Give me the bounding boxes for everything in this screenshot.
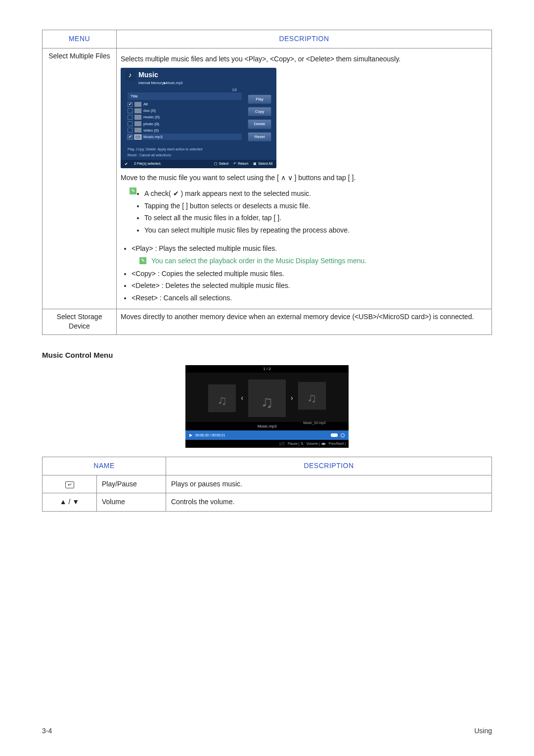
list-item[interactable]: doc (0) — [128, 107, 242, 114]
desc-intro: Selects multiple music files and lets yo… — [121, 54, 488, 64]
checkbox-icon[interactable] — [128, 102, 133, 107]
note-play-order: You can select the playback order in the… — [151, 256, 366, 266]
mode-pill-icon — [331, 433, 338, 437]
album-current: ♫ — [248, 379, 286, 417]
checkbox-icon[interactable] — [128, 135, 133, 140]
enter-icon: ↵ — [43, 475, 97, 493]
chevron-right-icon[interactable]: › — [291, 393, 293, 403]
music-pager: 1/2 — [128, 88, 242, 93]
action-bullet-play: <Play> : Plays the selected multiple mus… — [132, 244, 488, 254]
folder-thumb-icon — [134, 128, 141, 133]
note-bullet: To select all the music files in a folde… — [144, 213, 350, 223]
music-note-icon: ♫ — [307, 389, 317, 407]
note-bullet: You can select multiple music files by r… — [144, 226, 350, 236]
music-note-icon: ♫ — [218, 391, 227, 409]
desc-cell-storage: Moves directly to another memory device … — [117, 309, 492, 334]
ctrl-desc: Controls the volume. — [166, 493, 492, 512]
folder-thumb-icon — [134, 115, 141, 120]
album-next: ♫ — [298, 382, 326, 410]
list-item-label: photo (0) — [143, 121, 159, 127]
hdr-description: DESCRIPTION — [117, 30, 492, 48]
delete-button[interactable]: Delete — [248, 119, 271, 129]
chevron-left-icon[interactable]: ‹ — [241, 393, 243, 403]
checkbox-icon[interactable] — [128, 121, 133, 126]
check-icon: ✔ — [125, 161, 128, 167]
music-footer: ✔ 2 File(s) selected. ▢ Select ↶ Return … — [121, 160, 276, 168]
music-player-mock: 1 / 2 ♫ ‹ ♫ › ♫ Music_02.mp3 Music.mp3 ▶… — [185, 365, 349, 448]
page-footer: 3-4 Using — [42, 726, 492, 736]
list-item[interactable]: All — [128, 101, 242, 107]
folder-thumb-icon — [134, 102, 141, 107]
play-icon[interactable]: ▶ — [189, 432, 192, 438]
note-bullet: A check( ✔ ) mark appears next to the se… — [144, 189, 350, 199]
table-row: Select Multiple Files Selects multiple m… — [43, 48, 492, 309]
music-note-icon: ♪ — [125, 70, 135, 81]
hdr-description: DESCRIPTION — [166, 457, 492, 475]
action-bullet-reset: <Reset> : Cancels all selections. — [132, 293, 488, 303]
file-thumb-icon — [134, 135, 141, 140]
folder-thumb-icon — [134, 108, 141, 113]
folder-thumb-icon — [134, 121, 141, 126]
action-bullet-copy: <Copy> : Copies the selected multiple mu… — [132, 269, 488, 279]
action-bullet-delete: <Delete> : Deletes the selected multiple… — [132, 281, 488, 291]
player-pager: 1 / 2 — [185, 365, 349, 373]
progress-bar[interactable]: ▶ 00:00:20 / 00:05:21 — [185, 430, 349, 440]
checkbox-icon[interactable] — [128, 108, 133, 113]
list-item-label: All — [143, 101, 148, 107]
menu-description-table: MENU DESCRIPTION Select Multiple Files S… — [42, 30, 492, 335]
up-down-icon: ▲ / ▼ — [43, 493, 97, 512]
checkbox-icon[interactable] — [128, 128, 133, 133]
ctrl-name: Volume — [97, 493, 166, 512]
music-note-icon: ♫ — [261, 390, 273, 414]
table-row: ▲ / ▼ Volume Controls the volume. — [43, 493, 492, 512]
music-panel-title: Music — [138, 70, 158, 80]
list-item[interactable]: photo (0) — [128, 121, 242, 127]
music-control-table: NAME DESCRIPTION ↵ Play/Pause Plays or p… — [42, 457, 492, 512]
music-list: 1/2 Title All doc (0) — [128, 88, 242, 144]
hdr-name: NAME — [43, 457, 166, 475]
copy-button[interactable]: Copy — [248, 107, 271, 116]
music-path: Internal Memory▶Music.mp3 — [121, 81, 276, 86]
move-instruction: Move to the music file you want to selec… — [121, 173, 488, 183]
time-display: 00:00:20 / 00:05:21 — [195, 433, 225, 438]
note-icon: ✎ — [130, 188, 136, 194]
list-item-label: doc (0) — [143, 108, 156, 113]
table-row: Select Storage Device Moves directly to … — [43, 309, 492, 334]
list-item-label: music (0) — [143, 114, 160, 120]
note-bullet: Tapping the [ ] button selects or desele… — [144, 201, 350, 211]
music-hint-1: Play, Copy, Delete: Apply each action to… — [121, 146, 276, 153]
section-title-music-control: Music Control Menu — [42, 350, 492, 360]
list-item[interactable]: music (0) — [128, 114, 242, 120]
hdr-menu: MENU — [43, 30, 117, 48]
repeat-icon — [341, 433, 345, 437]
list-item-label: Music.mp3 — [143, 134, 163, 140]
list-item[interactable]: Music.mp3 — [127, 134, 242, 140]
play-button[interactable]: Play — [248, 94, 271, 104]
ctrl-name: Play/Pause — [97, 475, 166, 493]
reset-button[interactable]: Reset — [248, 132, 271, 142]
list-item[interactable]: video (0) — [128, 127, 242, 134]
ctrl-desc: Plays or pauses music. — [166, 475, 492, 493]
table-row: ↵ Play/Pause Plays or pauses music. — [43, 475, 492, 493]
album-prev: ♫ — [208, 384, 236, 412]
page-number: 3-4 — [42, 726, 52, 736]
return-hint: ↶ Return — [233, 161, 248, 166]
menu-cell-select-multiple: Select Multiple Files — [43, 48, 117, 309]
note-icon: ✎ — [139, 257, 146, 264]
selected-count: 2 File(s) selected. — [134, 161, 161, 166]
page-section: Using — [474, 726, 492, 736]
music-list-header: Title — [128, 93, 242, 100]
music-panel: ♪ Music Internal Memory▶Music.mp3 1/2 Ti… — [121, 68, 276, 168]
list-item-label: video (0) — [143, 128, 159, 133]
menu-cell-storage: Select Storage Device — [43, 309, 117, 334]
side-buttons: Play Copy Delete Reset — [248, 94, 271, 144]
desc-cell-select-multiple: Selects multiple music files and lets yo… — [117, 48, 492, 309]
select-all-hint: ▣ Select All — [253, 161, 272, 166]
checkbox-icon[interactable] — [128, 115, 133, 120]
music-hint-2: Reset : Cancel all selections — [121, 153, 276, 159]
select-hint: ▢ Select — [214, 161, 228, 166]
album-next-label: Music_02.mp3 — [298, 421, 326, 425]
player-footer-hints: | ▢ Pause | ⇅ Volume | ◀▶ Prev/Next | — [185, 440, 349, 448]
